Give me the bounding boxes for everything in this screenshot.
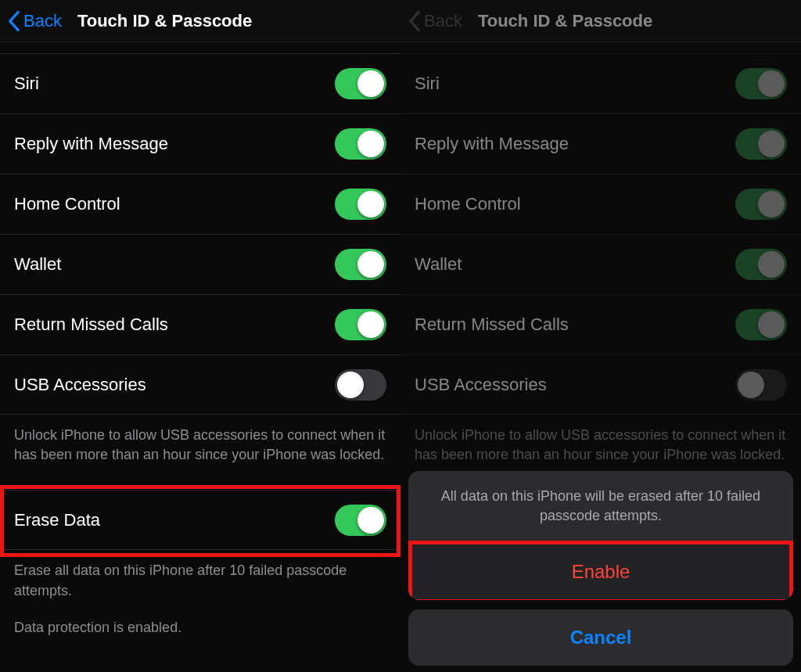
row-label: Wallet bbox=[415, 254, 462, 275]
row-label: Siri bbox=[14, 74, 39, 94]
row-erase[interactable]: Erase Data bbox=[0, 490, 400, 550]
usb-hint: Unlock iPhone to allow USB accessories t… bbox=[400, 415, 801, 466]
settings-pane-left: Back Touch ID & Passcode Siri Reply with… bbox=[0, 0, 400, 672]
row-label: Return Missed Calls bbox=[14, 314, 168, 335]
toggle-reply bbox=[735, 128, 787, 160]
toggle-knob bbox=[357, 507, 384, 534]
row-wallet: Wallet bbox=[400, 234, 801, 294]
settings-list: Siri Reply with Message Home Control Wal… bbox=[400, 53, 801, 415]
settings-list: Siri Reply with Message Home Control Wal… bbox=[0, 53, 400, 415]
toggle-knob bbox=[357, 191, 384, 217]
row-missed[interactable]: Return Missed Calls bbox=[0, 294, 400, 354]
enable-label: Enable bbox=[572, 561, 630, 582]
row-reply[interactable]: Reply with Message bbox=[0, 113, 400, 174]
toggle-knob bbox=[758, 311, 785, 338]
row-label: USB Accessories bbox=[415, 375, 547, 395]
row-label: Erase Data bbox=[14, 510, 100, 530]
row-home: Home Control bbox=[400, 174, 801, 234]
row-siri: Siri bbox=[400, 53, 801, 113]
toggle-knob bbox=[337, 372, 364, 398]
toggle-knob bbox=[357, 70, 384, 97]
settings-pane-right: Back Touch ID & Passcode Siri Reply with… bbox=[400, 0, 801, 672]
action-sheet-top: All data on this iPhone will be erased a… bbox=[408, 471, 793, 600]
row-reply: Reply with Message bbox=[400, 113, 801, 174]
toggle-knob bbox=[758, 131, 785, 157]
toggle-knob bbox=[758, 70, 785, 97]
row-usb[interactable]: USB Accessories bbox=[0, 354, 400, 415]
navbar: Back Touch ID & Passcode bbox=[400, 0, 801, 42]
row-home[interactable]: Home Control bbox=[0, 174, 400, 234]
toggle-usb[interactable] bbox=[335, 369, 386, 401]
erase-hint: Erase all data on this iPhone after 10 f… bbox=[0, 550, 400, 602]
chevron-left-icon bbox=[408, 11, 421, 31]
erase-block: Erase Data bbox=[0, 490, 400, 550]
toggle-knob bbox=[758, 251, 785, 278]
cancel-label: Cancel bbox=[570, 627, 632, 648]
enable-button[interactable]: Enable bbox=[408, 544, 793, 600]
toggle-missed[interactable] bbox=[335, 309, 386, 340]
back-button[interactable]: Back bbox=[8, 11, 62, 31]
toggle-home bbox=[735, 189, 787, 220]
toggle-knob bbox=[357, 251, 384, 278]
row-usb: USB Accessories bbox=[400, 354, 801, 415]
back-label: Back bbox=[23, 11, 62, 31]
row-label: Wallet bbox=[14, 254, 61, 275]
page-title: Touch ID & Passcode bbox=[77, 11, 252, 31]
row-label: Siri bbox=[415, 74, 440, 94]
row-wallet[interactable]: Wallet bbox=[0, 234, 400, 294]
toggle-wallet bbox=[735, 249, 787, 280]
action-sheet: All data on this iPhone will be erased a… bbox=[408, 471, 793, 666]
toggle-knob bbox=[357, 311, 384, 338]
chevron-left-icon bbox=[8, 11, 20, 31]
back-button: Back bbox=[408, 11, 462, 31]
row-missed: Return Missed Calls bbox=[400, 294, 801, 354]
row-label: Return Missed Calls bbox=[415, 314, 569, 335]
toggle-wallet[interactable] bbox=[335, 249, 386, 280]
action-sheet-cancel-wrap: Cancel bbox=[408, 609, 793, 666]
toggle-knob bbox=[758, 191, 785, 217]
sheet-message: All data on this iPhone will be erased a… bbox=[408, 471, 793, 544]
usb-hint: Unlock iPhone to allow USB accessories t… bbox=[0, 415, 400, 466]
row-siri[interactable]: Siri bbox=[0, 53, 400, 113]
toggle-erase[interactable] bbox=[335, 505, 386, 536]
toggle-usb bbox=[735, 369, 787, 401]
back-label: Back bbox=[424, 11, 462, 31]
toggle-knob bbox=[357, 131, 384, 157]
toggle-home[interactable] bbox=[335, 189, 386, 220]
row-label: Home Control bbox=[14, 194, 120, 214]
row-label: USB Accessories bbox=[14, 375, 146, 395]
toggle-siri bbox=[735, 68, 787, 99]
page-title: Touch ID & Passcode bbox=[478, 11, 652, 31]
toggle-siri[interactable] bbox=[335, 68, 386, 99]
row-label: Reply with Message bbox=[415, 134, 569, 154]
cancel-button[interactable]: Cancel bbox=[408, 609, 793, 666]
toggle-knob bbox=[738, 372, 764, 398]
row-label: Home Control bbox=[415, 194, 521, 214]
navbar: Back Touch ID & Passcode bbox=[0, 0, 400, 42]
protection-hint: Data protection is enabled. bbox=[0, 602, 400, 639]
row-label: Reply with Message bbox=[14, 134, 168, 154]
toggle-missed bbox=[735, 309, 787, 340]
toggle-reply[interactable] bbox=[335, 128, 386, 160]
